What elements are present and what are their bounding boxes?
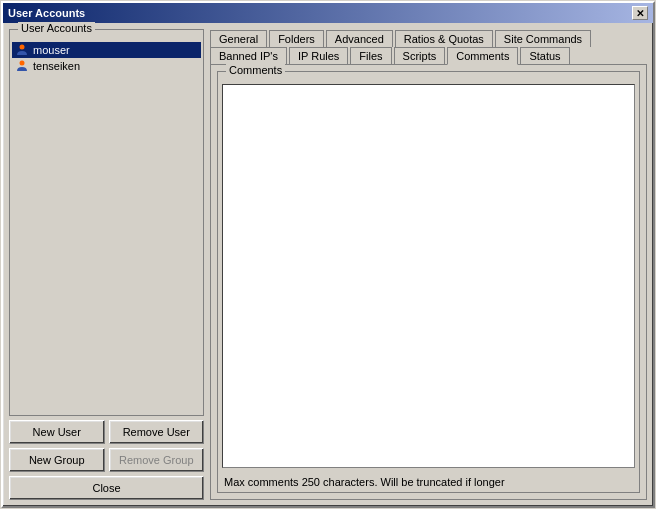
left-panel: User Accounts mouser <box>9 29 204 500</box>
comments-tab-content: Comments Max comments 250 characters. Wi… <box>217 71 640 493</box>
close-dialog-button[interactable]: Close <box>9 476 204 500</box>
list-item[interactable]: tenseiken <box>12 58 201 74</box>
main-window: User Accounts ✕ User Accounts mouser <box>1 1 655 508</box>
right-panel: General Folders Advanced Ratios & Quotas… <box>210 29 647 500</box>
close-button[interactable]: ✕ <box>632 6 648 20</box>
user-accounts-label: User Accounts <box>18 22 95 34</box>
remove-user-button[interactable]: Remove User <box>109 420 205 444</box>
comments-textarea-wrapper <box>218 80 639 472</box>
button-row-2: New Group Remove Group <box>9 448 204 472</box>
svg-point-0 <box>20 45 25 50</box>
button-row-3: Close <box>9 476 204 500</box>
tabs-row-2: Banned IP's IP Rules Files Scripts Comme… <box>210 46 647 64</box>
tab-files[interactable]: Files <box>350 47 391 65</box>
comments-group: Comments Max comments 250 characters. Wi… <box>217 71 640 493</box>
tab-site-commands[interactable]: Site Commands <box>495 30 591 47</box>
tab-banned-ips[interactable]: Banned IP's <box>210 47 287 65</box>
tab-ratios[interactable]: Ratios & Quotas <box>395 30 493 47</box>
comments-group-label: Comments <box>226 64 285 76</box>
window-content: User Accounts mouser <box>3 23 653 506</box>
tab-status[interactable]: Status <box>520 47 569 65</box>
comments-footer: Max comments 250 characters. Will be tru… <box>218 472 639 492</box>
user-accounts-group: User Accounts mouser <box>9 29 204 416</box>
user-icon <box>15 59 29 73</box>
tab-content-area: Comments Max comments 250 characters. Wi… <box>210 64 647 500</box>
user-name: mouser <box>33 44 70 56</box>
tabs-row-1: General Folders Advanced Ratios & Quotas… <box>210 29 647 46</box>
user-list: mouser tenseiken <box>10 40 203 415</box>
left-buttons: New User Remove User New Group Remove Gr… <box>9 420 204 500</box>
tab-scripts[interactable]: Scripts <box>394 47 446 65</box>
list-item[interactable]: mouser <box>12 42 201 58</box>
title-bar: User Accounts ✕ <box>3 3 653 23</box>
user-icon <box>15 43 29 57</box>
tab-advanced[interactable]: Advanced <box>326 30 393 47</box>
tab-comments[interactable]: Comments <box>447 47 518 65</box>
comments-textarea[interactable] <box>222 84 635 468</box>
tab-general[interactable]: General <box>210 30 267 47</box>
new-user-button[interactable]: New User <box>9 420 105 444</box>
user-name: tenseiken <box>33 60 80 72</box>
svg-point-1 <box>20 61 25 66</box>
remove-group-button[interactable]: Remove Group <box>109 448 205 472</box>
tab-folders[interactable]: Folders <box>269 30 324 47</box>
new-group-button[interactable]: New Group <box>9 448 105 472</box>
tab-ip-rules[interactable]: IP Rules <box>289 47 348 65</box>
window-title: User Accounts <box>8 7 85 19</box>
button-row-1: New User Remove User <box>9 420 204 444</box>
